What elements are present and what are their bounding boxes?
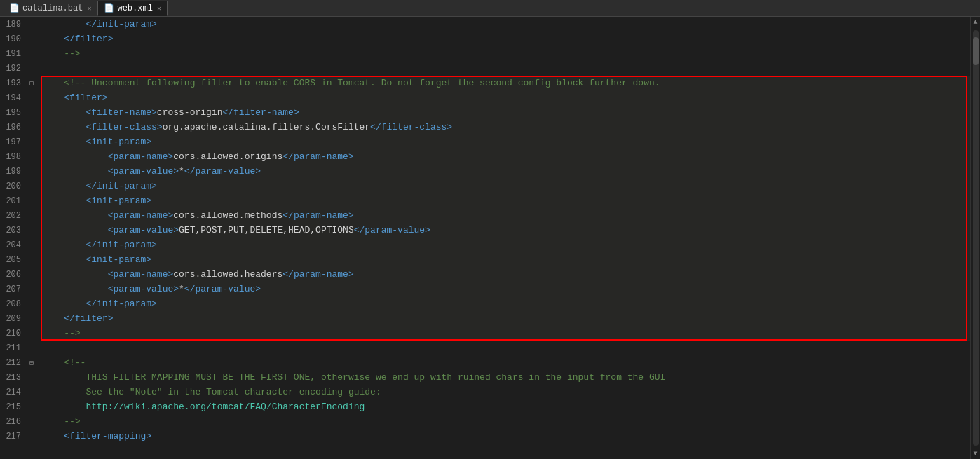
xml-tag-segment: <filter-mapping>: [64, 431, 151, 441]
code-line: <param-value>*</param-value>: [42, 164, 970, 179]
line-number: 217: [0, 432, 27, 441]
code-line: <param-name>cors.allowed.headers</param-…: [42, 267, 970, 282]
scrollbar-track[interactable]: [973, 30, 979, 446]
code-line: </filter>: [42, 311, 970, 326]
xml-text-segment: cors.allowed.origins: [173, 151, 283, 162]
gutter-row: 210: [0, 326, 39, 341]
indent-segment: [42, 357, 64, 368]
code-line: THIS FILTER MAPPING MUST BE THE FIRST ON…: [42, 370, 970, 385]
gutter-row: 208: [0, 296, 39, 311]
indent-segment: [42, 387, 86, 397]
xml-tag-segment: <filter-class>: [86, 122, 162, 132]
fold-icon[interactable]: ⊟: [27, 79, 36, 88]
code-line: -->: [42, 46, 970, 61]
gutter: 189190191192193⊟194195196197198199200201…: [0, 17, 39, 459]
gutter-row: 212⊟: [0, 355, 39, 370]
indent-segment: [42, 196, 86, 206]
indent-segment: [42, 313, 64, 324]
line-number: 215: [0, 402, 27, 412]
gutter-row: 201: [0, 193, 39, 208]
line-number: 214: [0, 388, 27, 397]
line-number: 191: [0, 49, 27, 59]
indent-segment: [42, 416, 64, 427]
line-number: 208: [0, 299, 27, 309]
tab-catalina-label: catalina.bat: [22, 4, 83, 13]
line-number: 213: [0, 373, 27, 383]
tab-catalina[interactable]: 📄 catalina.bat ✕: [3, 1, 97, 16]
code-line: </init-param>: [42, 17, 970, 32]
code-line: </init-param>: [42, 238, 970, 252]
xml-tag-segment: <param-value>: [108, 225, 179, 235]
xml-comment-segment: THIS FILTER MAPPING MUST BE THE FIRST ON…: [86, 372, 665, 383]
line-number: 195: [0, 108, 27, 118]
code-line: <param-name>cors.allowed.methods</param-…: [42, 208, 970, 223]
line-number: 216: [0, 417, 27, 427]
indent-segment: [42, 328, 64, 338]
code-line: -->: [42, 326, 970, 341]
code-line: <filter-mapping>: [42, 429, 970, 444]
xml-tag-segment: </init-param>: [86, 19, 156, 29]
scroll-up-arrow[interactable]: ▲: [972, 17, 979, 27]
xml-tag-segment: </filter-name>: [222, 107, 299, 118]
gutter-row: 189: [0, 17, 39, 32]
xml-tag-segment: </param-value>: [184, 166, 261, 177]
gutter-row: 216: [0, 414, 39, 429]
code-line: <init-param>: [42, 252, 970, 267]
gutter-row: 205: [0, 252, 39, 267]
xml-tag-segment: </param-name>: [283, 151, 353, 162]
gutter-row: 215: [0, 399, 39, 414]
code-line: <!--: [42, 355, 970, 370]
line-number: 190: [0, 34, 27, 44]
code-line: <param-value>*</param-value>: [42, 282, 970, 296]
tab-bar: 📄 catalina.bat ✕ 📄 web.xml ✕: [0, 0, 980, 17]
tab-webxml-label: web.xml: [117, 4, 152, 13]
xml-tag-segment: <init-param>: [86, 254, 151, 265]
gutter-row: 207: [0, 282, 39, 296]
gutter-row: 217: [0, 429, 39, 444]
xml-comment-segment: <!--: [64, 357, 86, 368]
gutter-row: 213: [0, 370, 39, 385]
indent-segment: [42, 372, 86, 383]
code-line: [42, 341, 970, 355]
xml-text-segment: *: [179, 284, 184, 294]
indent-segment: [42, 78, 64, 88]
gutter-row: 204: [0, 238, 39, 252]
xml-text-segment: *: [179, 166, 184, 177]
xml-tag-segment: </init-param>: [86, 299, 156, 309]
line-number: 206: [0, 270, 27, 280]
xml-tag-segment: <init-param>: [86, 196, 151, 206]
indent-segment: [42, 240, 86, 250]
code-content[interactable]: </init-param> </filter> --> <!-- Uncomme…: [39, 17, 970, 459]
code-line: <init-param>: [42, 135, 970, 149]
indent-segment: [42, 122, 86, 132]
tab-catalina-close[interactable]: ✕: [87, 4, 91, 13]
right-scrollbar[interactable]: ▲ ▼: [970, 17, 980, 459]
scroll-down-arrow[interactable]: ▼: [972, 448, 979, 459]
fold-icon[interactable]: ⊟: [27, 359, 36, 367]
indent-segment: [42, 181, 86, 191]
xml-tag-segment: </param-value>: [354, 225, 430, 235]
xml-comment-segment: -->: [64, 416, 80, 427]
xml-text-segment: cors.allowed.headers: [173, 269, 283, 280]
indent-segment: [42, 284, 108, 294]
code-line: <filter-name>cross-origin</filter-name>: [42, 105, 970, 120]
xml-tag-segment: </init-param>: [86, 181, 156, 191]
code-line: http://wiki.apache.org/tomcat/FAQ/Charac…: [42, 399, 970, 414]
code-line: <filter>: [42, 90, 970, 105]
xml-tag-segment: <param-name>: [108, 210, 174, 221]
gutter-row: 203: [0, 223, 39, 238]
tab-webxml-close[interactable]: ✕: [157, 4, 161, 13]
code-line: <!-- Uncomment following filter to enabl…: [42, 76, 970, 90]
gutter-row: 211: [0, 341, 39, 355]
indent-segment: [42, 166, 108, 177]
line-number: 197: [0, 137, 27, 147]
tab-webxml[interactable]: 📄 web.xml ✕: [97, 1, 167, 16]
code-line: <param-value>GET,POST,PUT,DELETE,HEAD,OP…: [42, 223, 970, 238]
line-number: 211: [0, 343, 27, 353]
line-number: 212: [0, 358, 27, 368]
gutter-row: 197: [0, 135, 39, 149]
xml-comment-segment: -->: [64, 48, 80, 59]
xml-comment-segment: See the "Note" in the Tomcat character e…: [86, 387, 381, 397]
line-number: 205: [0, 255, 27, 265]
scrollbar-thumb[interactable]: [973, 37, 979, 65]
